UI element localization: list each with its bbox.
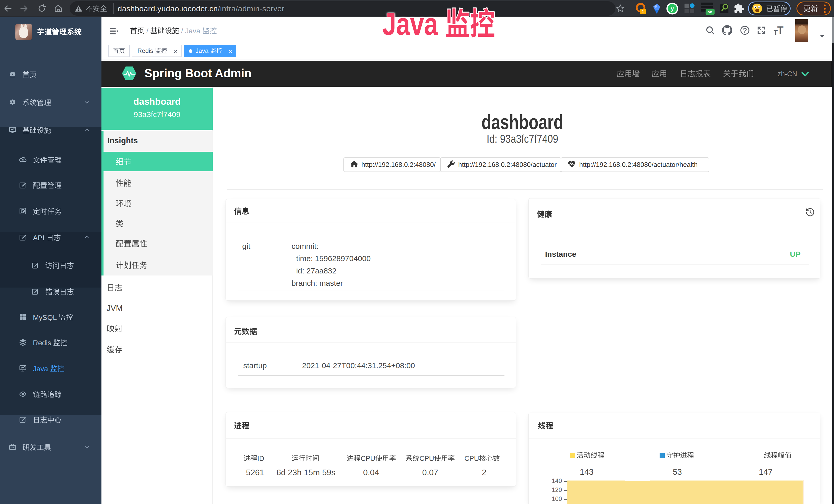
svg-text:on: on (708, 10, 712, 14)
svg-text:T: T (777, 24, 784, 36)
svg-text:T: T (774, 28, 778, 36)
svg-text:y: y (671, 5, 674, 12)
svg-text:1: 1 (642, 9, 644, 14)
